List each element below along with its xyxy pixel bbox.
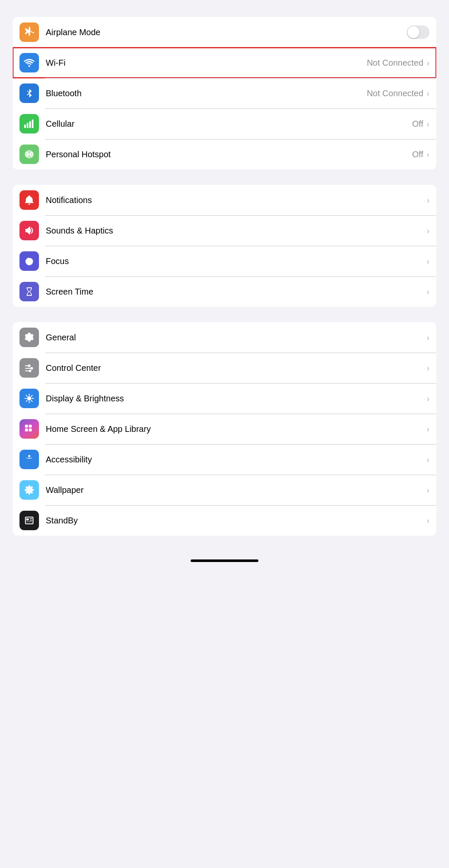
airplane-icon <box>23 26 35 38</box>
svg-rect-23 <box>29 425 32 428</box>
control-center-icon-wrap <box>19 358 39 378</box>
svg-rect-7 <box>25 365 28 366</box>
airplane-mode-toggle[interactable] <box>407 25 430 39</box>
display-icon-wrap <box>19 389 39 408</box>
cellular-icon <box>23 118 35 130</box>
accessibility-icon-wrap <box>19 450 39 469</box>
cellular-chevron: › <box>427 119 430 129</box>
home-screen-label: Home Screen & App Library <box>46 424 427 434</box>
cellular-value: Off <box>412 119 423 129</box>
personal-hotspot-row[interactable]: Personal Hotspot Off › <box>13 139 436 170</box>
home-screen-row[interactable]: Home Screen & App Library › <box>13 414 436 444</box>
wifi-row[interactable]: Wi-Fi Not Connected › <box>13 47 436 78</box>
home-screen-icon-wrap <box>19 419 39 439</box>
homescreen-icon <box>23 423 35 435</box>
airplane-mode-row[interactable]: Airplane Mode <box>13 17 436 47</box>
airplane-toggle-knob <box>407 26 419 38</box>
home-indicator <box>191 559 258 562</box>
cellular-row[interactable]: Cellular Off › <box>13 108 436 139</box>
wifi-label: Wi-Fi <box>46 58 367 68</box>
svg-rect-1 <box>27 123 28 128</box>
bluetooth-value: Not Connected <box>367 89 423 98</box>
cellular-label: Cellular <box>46 119 412 129</box>
display-brightness-row[interactable]: Display & Brightness › <box>13 383 436 414</box>
accessibility-label: Accessibility <box>46 455 427 465</box>
svg-point-10 <box>28 364 30 367</box>
bell-icon <box>23 194 35 206</box>
accessibility-row[interactable]: Accessibility › <box>13 444 436 475</box>
wifi-value: Not Connected <box>367 58 423 68</box>
wallpaper-row[interactable]: Wallpaper › <box>13 475 436 505</box>
focus-icon-wrap <box>19 251 39 271</box>
bluetooth-label: Bluetooth <box>46 89 367 98</box>
airplane-toggle-track[interactable] <box>407 25 430 39</box>
hotspot-chevron: › <box>427 150 430 159</box>
svg-line-19 <box>31 401 32 401</box>
standby-label: StandBy <box>46 516 427 526</box>
svg-rect-9 <box>25 370 29 371</box>
display-brightness-chevron: › <box>427 394 430 403</box>
gear-icon <box>23 331 35 343</box>
focus-chevron: › <box>427 256 430 266</box>
notifications-chevron: › <box>427 195 430 205</box>
screen-time-row[interactable]: Screen Time › <box>13 276 436 307</box>
bluetooth-icon <box>23 87 35 99</box>
bluetooth-chevron: › <box>427 89 430 98</box>
bluetooth-row[interactable]: Bluetooth Not Connected › <box>13 78 436 108</box>
notifications-row[interactable]: Notifications › <box>13 185 436 215</box>
airplane-mode-icon-wrap <box>19 22 39 42</box>
svg-rect-3 <box>32 120 33 128</box>
hotspot-label: Personal Hotspot <box>46 150 412 159</box>
svg-rect-24 <box>25 428 28 431</box>
bluetooth-icon-wrap <box>19 83 39 103</box>
focus-label: Focus <box>46 256 427 266</box>
sounds-haptics-row[interactable]: Sounds & Haptics › <box>13 215 436 246</box>
sounds-label: Sounds & Haptics <box>46 226 427 236</box>
accessibility-icon <box>23 453 35 465</box>
general-row[interactable]: General › <box>13 322 436 353</box>
svg-rect-0 <box>24 125 26 128</box>
svg-point-12 <box>29 370 31 372</box>
hotspot-value: Off <box>412 150 423 159</box>
control-center-label: Control Center <box>46 363 427 373</box>
notifications-icon-wrap <box>19 190 39 210</box>
svg-line-20 <box>26 401 27 401</box>
screen-time-chevron: › <box>427 287 430 297</box>
hotspot-icon <box>23 148 35 160</box>
wifi-icon <box>23 57 35 69</box>
wallpaper-label: Wallpaper <box>46 485 427 495</box>
notifications-label: Notifications <box>46 195 427 205</box>
moon-icon <box>23 255 35 267</box>
svg-rect-8 <box>25 368 31 369</box>
control-center-row[interactable]: Control Center › <box>13 353 436 383</box>
svg-rect-40 <box>26 521 32 522</box>
connectivity-group: Airplane Mode Wi-Fi Not Connected › Blue… <box>13 17 436 170</box>
svg-rect-2 <box>29 121 31 128</box>
wallpaper-chevron: › <box>427 485 430 495</box>
hotspot-icon-wrap <box>19 145 39 164</box>
airplane-mode-label: Airplane Mode <box>46 28 407 37</box>
focus-row[interactable]: Focus › <box>13 246 436 276</box>
screen-time-label: Screen Time <box>46 287 427 297</box>
svg-point-13 <box>27 396 31 401</box>
general-chevron: › <box>427 333 430 342</box>
svg-point-11 <box>30 367 33 370</box>
cellular-icon-wrap <box>19 114 39 134</box>
svg-line-21 <box>31 395 32 396</box>
sun-icon <box>23 392 35 404</box>
wifi-icon-wrap <box>19 53 39 72</box>
svg-rect-22 <box>25 425 28 428</box>
standby-row[interactable]: StandBy › <box>13 505 436 536</box>
sound-icon <box>23 225 35 236</box>
sliders-icon <box>23 362 35 374</box>
svg-rect-38 <box>30 518 32 519</box>
sounds-chevron: › <box>427 226 430 236</box>
standby-icon <box>23 515 35 526</box>
wifi-chevron: › <box>427 58 430 68</box>
control-center-chevron: › <box>427 363 430 373</box>
flower-icon <box>23 484 35 496</box>
hourglass-icon <box>23 286 35 298</box>
standby-chevron: › <box>427 516 430 526</box>
notifications-group: Notifications › Sounds & Haptics › Focus… <box>13 185 436 307</box>
sounds-icon-wrap <box>19 221 39 240</box>
